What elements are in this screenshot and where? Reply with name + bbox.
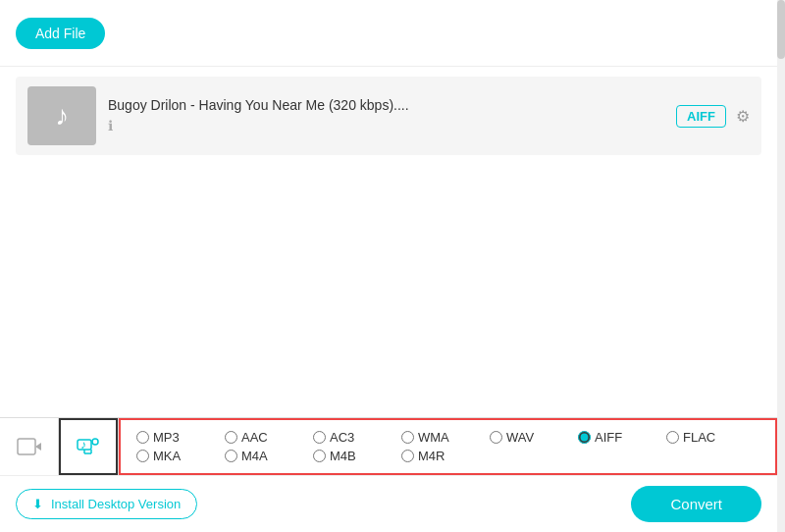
format-badge[interactable]: AIFF: [676, 105, 726, 128]
format-ac3[interactable]: AC3: [313, 430, 401, 445]
file-item: ♪ Bugoy Drilon - Having You Near Me (320…: [16, 77, 761, 155]
action-bar: ⬇ Install Desktop Version Convert: [0, 476, 777, 532]
file-list: ♪ Bugoy Drilon - Having You Near Me (320…: [0, 67, 777, 309]
file-info: Bugoy Drilon - Having You Near Me (320 k…: [108, 97, 664, 134]
scrollbar[interactable]: [777, 0, 785, 532]
bottom-panel: ♪ MP3 AAC AC3 WMA: [0, 417, 777, 532]
audio-tab[interactable]: ♪: [59, 418, 118, 475]
video-tab[interactable]: [0, 418, 59, 475]
file-thumbnail: ♪: [27, 86, 96, 145]
svg-rect-0: [18, 439, 35, 454]
install-desktop-button[interactable]: ⬇ Install Desktop Version: [16, 489, 197, 519]
format-m4b[interactable]: M4B: [313, 449, 401, 463]
format-wma[interactable]: WMA: [401, 430, 490, 445]
format-aiff[interactable]: AIFF: [578, 430, 666, 445]
scrollbar-thumb[interactable]: [777, 0, 785, 59]
info-icon[interactable]: ℹ: [108, 118, 113, 133]
format-m4r[interactable]: M4R: [401, 449, 490, 463]
music-note-icon: ♪: [55, 100, 69, 132]
install-label: Install Desktop Version: [51, 497, 181, 511]
file-actions: AIFF ⚙: [676, 105, 750, 128]
format-flac[interactable]: FLAC: [666, 430, 755, 445]
format-mka[interactable]: MKA: [136, 449, 225, 463]
format-selector: ♪ MP3 AAC AC3 WMA: [0, 418, 777, 476]
convert-button[interactable]: Convert: [631, 486, 761, 522]
svg-point-3: [92, 439, 98, 445]
add-file-button[interactable]: Add File: [16, 18, 105, 49]
svg-text:♪: ♪: [80, 438, 86, 452]
top-bar: Add File: [0, 0, 777, 67]
download-icon: ⬇: [32, 497, 43, 511]
format-row-1: MP3 AAC AC3 WMA WAV AIFF: [136, 430, 759, 445]
format-options-panel: MP3 AAC AC3 WMA WAV AIFF: [119, 418, 777, 475]
left-icon-tabs: ♪: [0, 418, 119, 475]
format-wav[interactable]: WAV: [490, 430, 578, 445]
format-row-2: MKA M4A M4B M4R: [136, 449, 759, 463]
svg-marker-1: [35, 443, 41, 451]
format-m4a[interactable]: M4A: [225, 449, 313, 463]
settings-icon[interactable]: ⚙: [736, 107, 750, 126]
format-aac[interactable]: AAC: [225, 430, 313, 445]
format-mp3[interactable]: MP3: [136, 430, 225, 445]
file-name: Bugoy Drilon - Having You Near Me (320 k…: [108, 97, 664, 113]
